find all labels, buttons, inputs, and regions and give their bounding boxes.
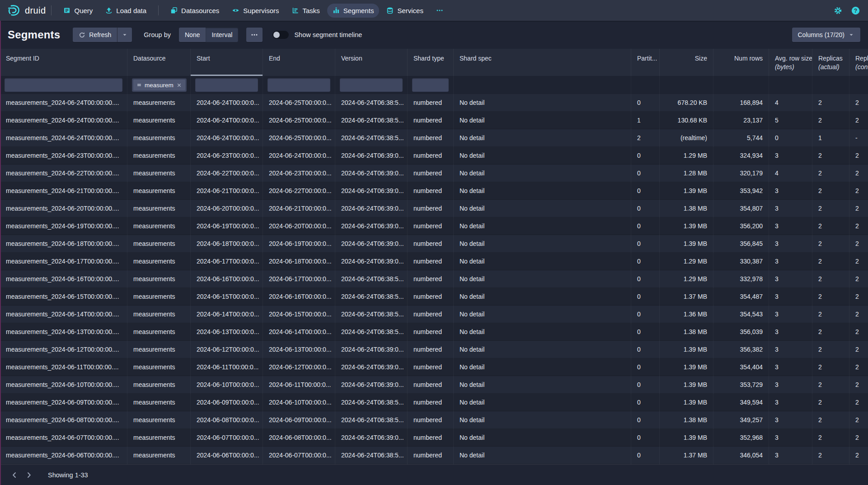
cell-start[interactable]: 2024-06-19T00:00:0... [191, 217, 263, 235]
cell-replication_factor[interactable]: 2 [849, 358, 868, 376]
refresh-dropdown-button[interactable] [117, 28, 132, 42]
cell-partition[interactable]: 0 [631, 358, 660, 376]
cell-replication_factor[interactable]: 2 [849, 306, 868, 323]
cell-datasource[interactable]: measurements [127, 165, 191, 182]
cell-datasource[interactable]: measurements [127, 358, 191, 376]
cell-num_rows[interactable]: 324,934 [713, 147, 769, 165]
cell-partition[interactable]: 0 [631, 447, 660, 464]
cell-start[interactable]: 2024-06-24T00:00:0... [191, 129, 263, 147]
cell-version[interactable]: 2024-06-24T06:38:5... [335, 94, 408, 112]
cell-start[interactable]: 2024-06-24T00:00:0... [191, 112, 263, 129]
cell-version[interactable]: 2024-06-24T06:39:0... [335, 235, 408, 253]
close-icon[interactable] [176, 82, 182, 88]
cell-size[interactable]: 1.39 MB [660, 217, 713, 235]
column-header-avg_row_size[interactable]: Avg. row size(bytes) [769, 49, 812, 76]
cell-avg_row_size[interactable]: 3 [769, 182, 812, 200]
cell-segment_id[interactable]: measurements_2024-06-21T00:00:00.... [0, 182, 127, 200]
nav-item-datasources[interactable]: Datasources [165, 4, 225, 18]
help-button[interactable]: ? [850, 5, 861, 16]
cell-size[interactable]: 1.29 MB [660, 147, 713, 165]
cell-num_rows[interactable]: 356,845 [713, 235, 769, 253]
filter-input-shard_type[interactable] [412, 78, 449, 92]
cell-partition[interactable]: 0 [631, 341, 660, 358]
cell-partition[interactable]: 2 [631, 129, 660, 147]
cell-version[interactable]: 2024-06-24T06:38:5... [335, 394, 408, 411]
filter-input-version[interactable] [340, 78, 403, 92]
cell-shard_spec[interactable]: No detail [454, 253, 631, 270]
cell-start[interactable]: 2024-06-15T00:00:0... [191, 288, 263, 306]
cell-shard_spec[interactable]: No detail [454, 270, 631, 288]
cell-datasource[interactable]: measurements [127, 112, 191, 129]
cell-datasource[interactable]: measurements [127, 270, 191, 288]
cell-num_rows[interactable]: 23,137 [713, 112, 769, 129]
cell-size[interactable]: 678.20 KB [660, 94, 713, 112]
cell-size[interactable]: 1.38 MB [660, 200, 713, 217]
cell-shard_spec[interactable]: No detail [454, 217, 631, 235]
cell-avg_row_size[interactable]: 4 [769, 94, 812, 112]
cell-segment_id[interactable]: measurements_2024-06-16T00:00:00.... [0, 270, 127, 288]
cell-num_rows[interactable]: 354,807 [713, 200, 769, 217]
cell-end[interactable]: 2024-06-25T00:00:0... [263, 94, 335, 112]
cell-version[interactable]: 2024-06-24T06:39:0... [335, 147, 408, 165]
cell-avg_row_size[interactable]: 3 [769, 411, 812, 429]
cell-size[interactable]: 1.29 MB [660, 270, 713, 288]
cell-datasource[interactable]: measurements [127, 288, 191, 306]
cell-shard_type[interactable]: numbered [408, 341, 454, 358]
cell-num_rows[interactable]: 330,387 [713, 253, 769, 270]
cell-replication_factor[interactable]: 2 [849, 112, 868, 129]
column-header-segment_id[interactable]: Segment ID [0, 49, 127, 76]
cell-shard_type[interactable]: numbered [408, 270, 454, 288]
cell-shard_spec[interactable]: No detail [454, 288, 631, 306]
cell-replication_factor[interactable]: 2 [849, 341, 868, 358]
cell-end[interactable]: 2024-06-10T00:00:0... [263, 394, 335, 411]
nav-item-services[interactable]: Services [381, 4, 429, 18]
cell-shard_type[interactable]: numbered [408, 358, 454, 376]
nav-item-tasks[interactable]: Tasks [286, 4, 325, 18]
cell-num_rows[interactable]: 354,404 [713, 358, 769, 376]
column-header-replicas[interactable]: Replicas(actual) [812, 49, 849, 76]
cell-replicas[interactable]: 2 [812, 394, 849, 411]
cell-num_rows[interactable]: 356,200 [713, 217, 769, 235]
cell-datasource[interactable]: measurements [127, 429, 191, 447]
cell-avg_row_size[interactable]: 3 [769, 447, 812, 464]
cell-replication_factor[interactable]: - [849, 129, 868, 147]
cell-num_rows[interactable]: 354,543 [713, 306, 769, 323]
column-header-shard_type[interactable]: Shard type [408, 49, 454, 76]
nav-item-supervisors[interactable]: Supervisors [226, 4, 284, 18]
cell-num_rows[interactable]: 320,179 [713, 165, 769, 182]
cell-size[interactable]: 1.38 MB [660, 323, 713, 341]
cell-num_rows[interactable]: 5,744 [713, 129, 769, 147]
cell-shard_spec[interactable]: No detail [454, 323, 631, 341]
cell-start[interactable]: 2024-06-12T00:00:0... [191, 341, 263, 358]
cell-replication_factor[interactable]: 2 [849, 447, 868, 464]
cell-start[interactable]: 2024-06-24T00:00:0... [191, 94, 263, 112]
cell-partition[interactable]: 0 [631, 147, 660, 165]
cell-shard_type[interactable]: numbered [408, 94, 454, 112]
cell-version[interactable]: 2024-06-24T06:38:5... [335, 288, 408, 306]
cell-datasource[interactable]: measurements [127, 447, 191, 464]
cell-shard_spec[interactable]: No detail [454, 129, 631, 147]
cell-replicas[interactable]: 1 [812, 129, 849, 147]
cell-shard_spec[interactable]: No detail [454, 165, 631, 182]
cell-start[interactable]: 2024-06-07T00:00:0... [191, 429, 263, 447]
cell-version[interactable]: 2024-06-24T06:39:0... [335, 429, 408, 447]
cell-replicas[interactable]: 2 [812, 200, 849, 217]
cell-segment_id[interactable]: measurements_2024-06-12T00:00:00.... [0, 341, 127, 358]
column-header-size[interactable]: Size [660, 49, 713, 76]
cell-replicas[interactable]: 2 [812, 376, 849, 394]
cell-version[interactable]: 2024-06-24T06:38:5... [335, 411, 408, 429]
cell-start[interactable]: 2024-06-23T00:00:0... [191, 147, 263, 165]
cell-partition[interactable]: 0 [631, 270, 660, 288]
cell-avg_row_size[interactable]: 3 [769, 358, 812, 376]
cell-shard_spec[interactable]: No detail [454, 94, 631, 112]
cell-datasource[interactable]: measurements [127, 341, 191, 358]
cell-avg_row_size[interactable]: 3 [769, 394, 812, 411]
cell-version[interactable]: 2024-06-24T06:38:5... [335, 270, 408, 288]
cell-avg_row_size[interactable]: 4 [769, 165, 812, 182]
cell-end[interactable]: 2024-06-24T00:00:0... [263, 147, 335, 165]
cell-num_rows[interactable]: 352,968 [713, 429, 769, 447]
cell-end[interactable]: 2024-06-23T00:00:0... [263, 165, 335, 182]
settings-button[interactable] [833, 5, 843, 16]
cell-end[interactable]: 2024-06-19T00:00:0... [263, 235, 335, 253]
cell-end[interactable]: 2024-06-20T00:00:0... [263, 217, 335, 235]
